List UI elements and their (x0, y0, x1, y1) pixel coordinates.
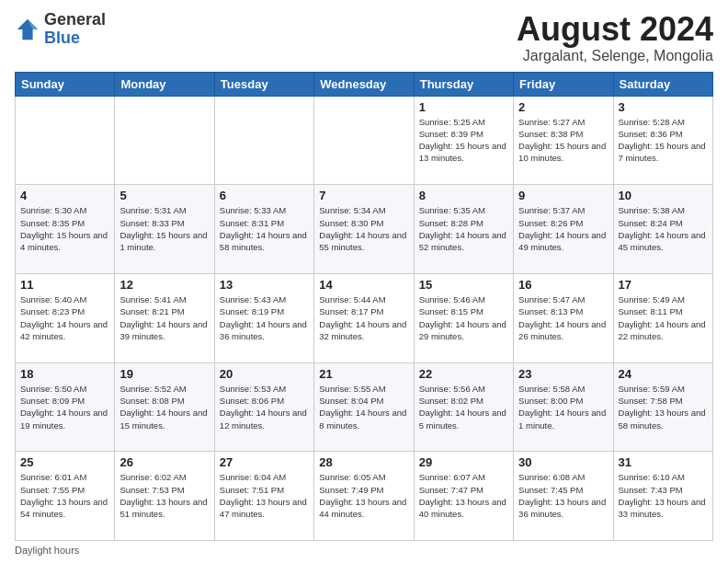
day-number: 31 (619, 455, 708, 469)
logo-general: General (44, 11, 106, 29)
day-number: 16 (518, 278, 608, 292)
day-number: 13 (220, 278, 309, 292)
header: General Blue August 2024 Jargalant, Sele… (15, 11, 713, 64)
day-info: Sunrise: 5:31 AM Sunset: 8:33 PM Dayligh… (119, 204, 209, 253)
day-number: 15 (419, 278, 508, 292)
day-info: Sunrise: 5:43 AM Sunset: 8:19 PM Dayligh… (220, 293, 309, 342)
calendar-cell: 10Sunrise: 5:38 AM Sunset: 8:24 PM Dayli… (613, 185, 712, 274)
day-number: 7 (319, 189, 408, 202)
calendar-cell: 31Sunrise: 6:10 AM Sunset: 7:43 PM Dayli… (613, 452, 712, 541)
day-number: 9 (518, 189, 608, 202)
day-number: 25 (20, 455, 109, 469)
day-info: Sunrise: 5:30 AM Sunset: 8:35 PM Dayligh… (20, 204, 109, 253)
logo-blue: Blue (44, 29, 106, 48)
weekday-header-friday: Friday (514, 72, 613, 96)
day-info: Sunrise: 5:49 AM Sunset: 8:11 PM Dayligh… (619, 293, 708, 342)
daylight-label: Daylight hours (15, 545, 79, 556)
calendar-cell: 9Sunrise: 5:37 AM Sunset: 8:26 PM Daylig… (514, 185, 613, 274)
weekday-header-row: SundayMondayTuesdayWednesdayThursdayFrid… (16, 72, 713, 96)
logo: General Blue (15, 11, 106, 48)
day-number: 26 (119, 455, 209, 469)
day-info: Sunrise: 5:27 AM Sunset: 8:38 PM Dayligh… (518, 116, 608, 165)
calendar-cell: 4Sunrise: 5:30 AM Sunset: 8:35 PM Daylig… (16, 185, 115, 274)
calendar-week-1: 1Sunrise: 5:25 AM Sunset: 8:39 PM Daylig… (16, 96, 713, 185)
day-info: Sunrise: 6:05 AM Sunset: 7:49 PM Dayligh… (319, 471, 408, 520)
calendar-cell: 11Sunrise: 5:40 AM Sunset: 8:23 PM Dayli… (16, 273, 115, 362)
day-number: 29 (419, 455, 508, 469)
calendar-cell: 8Sunrise: 5:35 AM Sunset: 8:28 PM Daylig… (414, 185, 513, 274)
day-info: Sunrise: 5:47 AM Sunset: 8:13 PM Dayligh… (518, 293, 608, 342)
day-number: 23 (518, 367, 608, 381)
day-number: 27 (220, 455, 309, 469)
day-number: 4 (20, 189, 109, 202)
day-number: 8 (419, 189, 508, 202)
day-number: 30 (518, 455, 608, 469)
day-info: Sunrise: 6:01 AM Sunset: 7:55 PM Dayligh… (20, 471, 109, 520)
calendar-cell: 23Sunrise: 5:58 AM Sunset: 8:00 PM Dayli… (514, 362, 613, 452)
day-info: Sunrise: 5:59 AM Sunset: 7:58 PM Dayligh… (619, 383, 708, 431)
calendar-cell (115, 96, 214, 185)
day-info: Sunrise: 5:56 AM Sunset: 8:02 PM Dayligh… (419, 383, 508, 431)
day-info: Sunrise: 5:28 AM Sunset: 8:36 PM Dayligh… (619, 116, 708, 165)
calendar-cell: 27Sunrise: 6:04 AM Sunset: 7:51 PM Dayli… (214, 452, 313, 541)
footer: Daylight hours (15, 545, 713, 556)
calendar-cell: 1Sunrise: 5:25 AM Sunset: 8:39 PM Daylig… (414, 96, 513, 185)
calendar-cell: 26Sunrise: 6:02 AM Sunset: 7:53 PM Dayli… (115, 452, 214, 541)
day-number: 20 (220, 367, 309, 381)
day-number: 14 (319, 278, 408, 292)
calendar-cell: 24Sunrise: 5:59 AM Sunset: 7:58 PM Dayli… (613, 362, 712, 452)
logo-text: General Blue (44, 11, 106, 48)
day-number: 5 (119, 189, 209, 202)
day-number: 10 (619, 189, 708, 202)
calendar-cell: 13Sunrise: 5:43 AM Sunset: 8:19 PM Dayli… (214, 273, 313, 362)
day-number: 11 (20, 278, 109, 292)
location: Jargalant, Selenge, Mongolia (517, 48, 713, 64)
calendar-cell: 21Sunrise: 5:55 AM Sunset: 8:04 PM Dayli… (314, 362, 414, 452)
calendar-week-4: 18Sunrise: 5:50 AM Sunset: 8:09 PM Dayli… (16, 362, 713, 452)
calendar-week-5: 25Sunrise: 6:01 AM Sunset: 7:55 PM Dayli… (16, 452, 713, 541)
day-info: Sunrise: 5:46 AM Sunset: 8:15 PM Dayligh… (419, 293, 508, 342)
day-number: 1 (419, 100, 508, 114)
day-number: 18 (20, 367, 109, 381)
calendar-cell: 12Sunrise: 5:41 AM Sunset: 8:21 PM Dayli… (115, 273, 214, 362)
day-info: Sunrise: 5:50 AM Sunset: 8:09 PM Dayligh… (20, 383, 109, 431)
calendar-cell (314, 96, 414, 185)
weekday-header-saturday: Saturday (613, 72, 712, 96)
day-info: Sunrise: 5:33 AM Sunset: 8:31 PM Dayligh… (220, 204, 309, 253)
calendar-cell: 30Sunrise: 6:08 AM Sunset: 7:45 PM Dayli… (514, 452, 613, 541)
calendar-cell: 19Sunrise: 5:52 AM Sunset: 8:08 PM Dayli… (115, 362, 214, 452)
day-number: 22 (419, 367, 508, 381)
calendar-cell (214, 96, 313, 185)
month-year: August 2024 (517, 11, 713, 48)
day-info: Sunrise: 5:37 AM Sunset: 8:26 PM Dayligh… (518, 204, 608, 253)
day-info: Sunrise: 5:52 AM Sunset: 8:08 PM Dayligh… (119, 383, 209, 431)
weekday-header-tuesday: Tuesday (214, 72, 313, 96)
day-info: Sunrise: 6:07 AM Sunset: 7:47 PM Dayligh… (419, 471, 508, 520)
day-number: 3 (619, 100, 708, 114)
calendar-cell: 25Sunrise: 6:01 AM Sunset: 7:55 PM Dayli… (16, 452, 115, 541)
calendar-cell: 18Sunrise: 5:50 AM Sunset: 8:09 PM Dayli… (16, 362, 115, 452)
calendar-cell: 5Sunrise: 5:31 AM Sunset: 8:33 PM Daylig… (115, 185, 214, 274)
calendar-cell: 7Sunrise: 5:34 AM Sunset: 8:30 PM Daylig… (314, 185, 414, 274)
day-info: Sunrise: 5:53 AM Sunset: 8:06 PM Dayligh… (220, 383, 309, 431)
calendar-cell: 6Sunrise: 5:33 AM Sunset: 8:31 PM Daylig… (214, 185, 313, 274)
day-info: Sunrise: 6:04 AM Sunset: 7:51 PM Dayligh… (220, 471, 309, 520)
day-info: Sunrise: 5:58 AM Sunset: 8:00 PM Dayligh… (518, 383, 608, 431)
day-info: Sunrise: 5:25 AM Sunset: 8:39 PM Dayligh… (419, 116, 508, 165)
day-info: Sunrise: 6:08 AM Sunset: 7:45 PM Dayligh… (518, 471, 608, 520)
day-info: Sunrise: 5:35 AM Sunset: 8:28 PM Dayligh… (419, 204, 508, 253)
calendar-cell: 14Sunrise: 5:44 AM Sunset: 8:17 PM Dayli… (314, 273, 414, 362)
day-info: Sunrise: 6:02 AM Sunset: 7:53 PM Dayligh… (119, 471, 209, 520)
weekday-header-sunday: Sunday (16, 72, 115, 96)
weekday-header-thursday: Thursday (414, 72, 513, 96)
calendar-cell: 22Sunrise: 5:56 AM Sunset: 8:02 PM Dayli… (414, 362, 513, 452)
calendar-cell: 3Sunrise: 5:28 AM Sunset: 8:36 PM Daylig… (613, 96, 712, 185)
day-info: Sunrise: 6:10 AM Sunset: 7:43 PM Dayligh… (619, 471, 708, 520)
calendar-table: SundayMondayTuesdayWednesdayThursdayFrid… (15, 72, 713, 541)
day-number: 28 (319, 455, 408, 469)
day-number: 12 (119, 278, 209, 292)
day-info: Sunrise: 5:38 AM Sunset: 8:24 PM Dayligh… (619, 204, 708, 253)
title-block: August 2024 Jargalant, Selenge, Mongolia (517, 11, 713, 64)
day-number: 17 (619, 278, 708, 292)
calendar-cell: 2Sunrise: 5:27 AM Sunset: 8:38 PM Daylig… (514, 96, 613, 185)
